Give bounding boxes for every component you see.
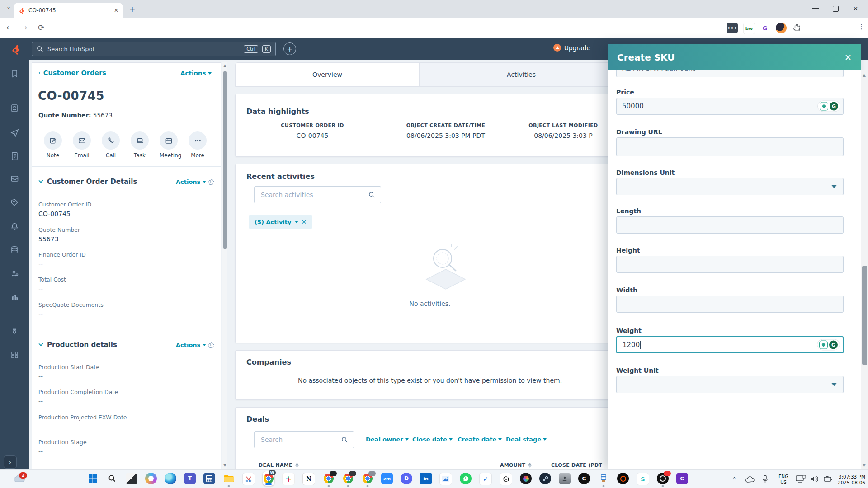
language-indicator[interactable]: ENG US bbox=[776, 474, 791, 485]
send-icon[interactable] bbox=[10, 128, 19, 137]
chrome-profile4-icon[interactable] bbox=[362, 473, 373, 484]
window-close-button[interactable]: ✕ bbox=[853, 5, 858, 12]
tab-close-icon[interactable]: ✕ bbox=[114, 7, 118, 14]
calculator-icon[interactable] bbox=[203, 473, 215, 484]
field-value[interactable]: -- bbox=[38, 423, 127, 430]
extension-grammarly-icon[interactable]: G bbox=[760, 23, 770, 33]
call-button[interactable]: Call bbox=[102, 131, 120, 159]
record-actions-dropdown[interactable]: Actions bbox=[180, 70, 212, 77]
activity-filter-chip[interactable]: (5) Activity ✕ bbox=[249, 215, 312, 229]
memory-tool-icon[interactable] bbox=[598, 473, 609, 484]
tag-icon[interactable] bbox=[10, 198, 19, 207]
notion-icon[interactable]: N bbox=[302, 473, 315, 485]
extension-bitwarden-icon[interactable]: bw bbox=[743, 23, 755, 34]
weight-unit-select[interactable] bbox=[616, 376, 844, 393]
chatgpt-icon[interactable] bbox=[500, 473, 512, 485]
obs-icon[interactable] bbox=[657, 473, 669, 484]
teams-icon[interactable]: T bbox=[184, 473, 196, 484]
bookmark-icon[interactable] bbox=[10, 69, 19, 78]
drawing-url-input[interactable] bbox=[616, 137, 844, 156]
section1-actions-dropdown[interactable]: Actions bbox=[176, 178, 206, 185]
window-minimize-button[interactable] bbox=[812, 8, 819, 9]
field-value[interactable]: 55673 bbox=[38, 235, 80, 243]
left-scrollbar-thumb[interactable] bbox=[223, 71, 227, 249]
steelseries-icon[interactable] bbox=[617, 473, 629, 484]
color-ring-app-icon[interactable] bbox=[520, 473, 532, 484]
extension-orange-icon[interactable] bbox=[776, 23, 787, 33]
logitech-g-icon[interactable]: G bbox=[578, 473, 590, 484]
weight-input[interactable]: 1200 G bbox=[616, 336, 844, 353]
chart-icon[interactable] bbox=[10, 292, 19, 301]
task-button[interactable]: Task bbox=[131, 131, 149, 159]
copilot-button[interactable] bbox=[145, 473, 157, 484]
chrome-profile3-icon[interactable] bbox=[342, 473, 354, 484]
section-customer-order-details-toggle[interactable]: Customer Order Details bbox=[38, 178, 137, 186]
deals-search-field[interactable] bbox=[254, 431, 354, 448]
extension-password-manager-icon[interactable]: ••• bbox=[727, 23, 738, 33]
widgets-weather-button[interactable]: 2 bbox=[13, 474, 26, 485]
file-explorer-icon[interactable] bbox=[223, 473, 235, 484]
width-input[interactable] bbox=[616, 296, 844, 313]
taskbar-search-button[interactable] bbox=[106, 473, 118, 484]
task-view-button[interactable] bbox=[126, 473, 137, 484]
back-to-customer-orders-link[interactable]: ‹ Customer Orders bbox=[38, 69, 106, 76]
snipping-tool-icon[interactable] bbox=[242, 473, 255, 485]
price-input[interactable]: 50000 G bbox=[616, 98, 844, 115]
upgrade-button[interactable]: Upgrade bbox=[553, 44, 590, 52]
filter-create-date[interactable]: Create date bbox=[458, 436, 502, 443]
section-production-details-toggle[interactable]: Production details bbox=[38, 341, 117, 349]
grid-icon[interactable] bbox=[10, 350, 19, 359]
forward-icon[interactable]: → bbox=[21, 23, 27, 32]
photos-icon[interactable] bbox=[439, 473, 452, 485]
column-close-date[interactable]: CLOSE DATE (PDT bbox=[551, 462, 602, 468]
close-icon[interactable]: ✕ bbox=[844, 52, 852, 62]
section2-actions-dropdown[interactable]: Actions bbox=[176, 342, 206, 348]
scrollbar-down-arrow[interactable]: ▼ bbox=[863, 463, 866, 467]
network-tray-icon[interactable] bbox=[796, 475, 806, 483]
avatar-app-icon[interactable] bbox=[559, 473, 571, 484]
rocket-icon[interactable] bbox=[10, 327, 19, 336]
g-assist-icon[interactable]: G bbox=[676, 473, 688, 484]
linkedin-icon[interactable]: in bbox=[420, 473, 432, 484]
gear-icon[interactable] bbox=[208, 342, 215, 348]
browser-menu-icon[interactable]: ⋮ bbox=[858, 23, 865, 31]
inbox-icon[interactable] bbox=[10, 174, 19, 183]
browser-tab[interactable]: CO-00745 ✕ bbox=[14, 3, 123, 18]
sort-icon[interactable] bbox=[528, 463, 532, 468]
blue-check-app-icon[interactable]: ✓ bbox=[479, 473, 492, 485]
zoom-icon[interactable]: zm bbox=[381, 473, 393, 484]
bell-icon[interactable] bbox=[10, 222, 19, 231]
chrome-profile2-icon[interactable] bbox=[323, 473, 335, 484]
surfshark-icon[interactable]: S bbox=[637, 473, 649, 485]
hubspot-ai-icon[interactable] bbox=[819, 341, 828, 349]
extensions-puzzle-icon[interactable] bbox=[793, 23, 801, 32]
deals-search-input[interactable] bbox=[260, 436, 341, 444]
edge-icon[interactable] bbox=[165, 473, 176, 484]
field-value[interactable]: -- bbox=[38, 310, 104, 318]
search-activities-input[interactable] bbox=[260, 191, 368, 199]
more-button[interactable]: More bbox=[189, 131, 207, 159]
volume-tray-icon[interactable] bbox=[811, 475, 819, 483]
slack-icon[interactable] bbox=[282, 473, 295, 485]
field-value[interactable]: -- bbox=[38, 448, 87, 455]
start-button[interactable] bbox=[87, 473, 99, 484]
filter-deal-owner[interactable]: Deal owner bbox=[366, 436, 409, 443]
filter-deal-stage[interactable]: Deal stage bbox=[506, 436, 547, 443]
search-activities-field[interactable] bbox=[254, 186, 381, 203]
field-value[interactable]: -- bbox=[38, 398, 118, 405]
tab-activities[interactable]: Activities bbox=[419, 63, 623, 86]
contacts-icon[interactable] bbox=[10, 103, 19, 113]
whatsapp-icon[interactable] bbox=[460, 473, 472, 484]
tray-expand-chevron[interactable]: ⌃ bbox=[732, 476, 736, 482]
length-input[interactable] bbox=[616, 216, 844, 234]
hubspot-search-bar[interactable]: Search HubSpot Ctrl K bbox=[32, 42, 276, 56]
gear-icon[interactable] bbox=[208, 178, 215, 185]
create-record-plus-button[interactable]: + bbox=[283, 42, 296, 55]
column-deal-name[interactable]: DEAL NAME bbox=[259, 462, 299, 468]
hubspot-ai-icon[interactable] bbox=[820, 102, 828, 111]
onedrive-tray-icon[interactable] bbox=[745, 476, 756, 483]
meeting-button[interactable]: Meeting bbox=[160, 131, 178, 159]
battery-pen-tray-icon[interactable] bbox=[824, 475, 833, 483]
user-settings-icon[interactable] bbox=[10, 269, 19, 278]
microphone-tray-icon[interactable] bbox=[762, 475, 768, 483]
